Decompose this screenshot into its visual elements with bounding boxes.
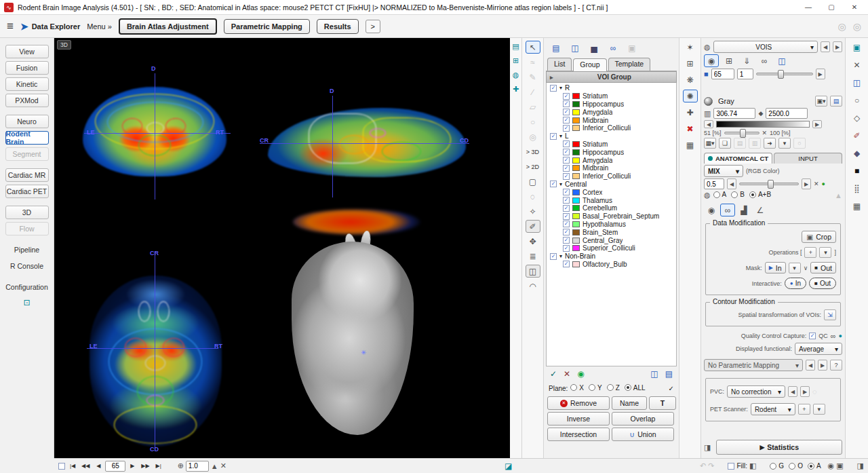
statistics-button[interactable]: ▶ Statistics (716, 440, 842, 455)
plane-option-z[interactable]: Z (607, 384, 620, 392)
sidebar-item-rodent-brain[interactable]: Rodent Brain (5, 131, 49, 145)
operations-caret-button[interactable]: ▾ (819, 247, 831, 258)
mask-in-button[interactable]: ▶ In (765, 262, 786, 273)
swap-minmax-icon[interactable]: ◆ (758, 110, 763, 117)
voi-checkbox[interactable]: ✓ (563, 237, 570, 244)
group-checkbox[interactable]: ✓ (550, 85, 557, 92)
voi-checkbox[interactable]: ✓ (563, 213, 570, 220)
ellipse-roi-tool[interactable]: ◌ (526, 190, 540, 203)
window-min-input[interactable] (713, 108, 755, 119)
close-button[interactable]: ✕ (845, 1, 864, 14)
next-selector-button[interactable]: ▶ (833, 41, 842, 52)
move-icon[interactable]: ✚ (683, 106, 698, 119)
nav-prev-fast[interactable]: ◀◀ (79, 461, 92, 472)
voi-checkbox[interactable]: ✓ (563, 157, 570, 164)
slice-slider[interactable] (756, 73, 813, 75)
gradient-right-button[interactable]: ▶ (812, 120, 822, 128)
sidebar-item-pxmod[interactable]: PXMod (5, 94, 49, 107)
mix-slider[interactable] (739, 183, 799, 185)
reset-zoom-icon[interactable]: ✕ (220, 461, 226, 470)
tab-anatomical-ct[interactable]: ANATOMICAL CT (704, 153, 772, 164)
pyramid-icon[interactable]: ▲ (211, 462, 218, 470)
blend-option-b[interactable]: B (731, 191, 745, 198)
axial-crosshair-vertical[interactable] (155, 252, 155, 449)
nav-first[interactable]: |◀ (67, 461, 78, 472)
slice-number-input[interactable] (105, 461, 125, 472)
plane-check-icon[interactable]: ✓ (669, 385, 674, 392)
grid-icon[interactable]: ⊞ (683, 57, 698, 70)
voi-checkbox[interactable]: ✓ (563, 93, 570, 100)
crop-button[interactable]: ▣ Crop (802, 231, 836, 243)
pencil-tool[interactable]: ✎ (526, 71, 540, 83)
chart-tab[interactable]: ▟ (736, 204, 751, 216)
polygon-roi-tool[interactable]: ✧ (526, 205, 540, 218)
layout-b-icon[interactable]: ▥ (749, 138, 761, 149)
maximize-button[interactable]: ▢ (822, 1, 841, 14)
palette-icon[interactable]: ◍ (511, 69, 521, 80)
help-icon[interactable]: ◎ (838, 21, 846, 32)
coronal-crosshair-horizontal[interactable] (84, 133, 231, 134)
save-voi-list-icon[interactable]: ◫ (650, 369, 658, 379)
mix-value-input[interactable] (704, 178, 724, 189)
view-3d-link[interactable]: > 3D (523, 145, 543, 158)
voi-checkbox[interactable]: ✓ (563, 205, 570, 212)
pointer-mini-icon[interactable]: ➜ (764, 138, 776, 149)
marker-icon[interactable]: ✚ (511, 83, 521, 94)
layout-grid-icon[interactable]: ⊞ (511, 55, 521, 66)
voi-checkbox[interactable]: ✓ (563, 197, 570, 204)
slice-step-button[interactable]: ▶ (816, 69, 825, 79)
voi-checkbox[interactable]: ✓ (563, 221, 570, 227)
tab-group[interactable]: Group (573, 58, 606, 71)
hand-tool[interactable]: ✥ (526, 235, 540, 248)
axial-crosshair-horizontal[interactable] (87, 348, 218, 349)
parametric-mapping-dropdown[interactable]: No Parametric Mapping▾ (704, 359, 803, 371)
mix-left-button[interactable]: ◀ (727, 178, 736, 189)
vois-dropdown[interactable]: VOIS ▾ (713, 41, 818, 53)
voi-item-olfactory-bulb[interactable]: ✓Olfactory_Bulb (547, 261, 676, 269)
collapse-icon[interactable]: ▾ (559, 85, 562, 91)
voi-item-central-gray[interactable]: ✓Central_Gray (547, 236, 676, 244)
skull-3d-rendering[interactable] (292, 242, 414, 435)
voi-item-cortex[interactable]: ✓Cortex (547, 188, 676, 196)
load-voi-list-icon[interactable]: ▤ (665, 369, 673, 379)
intersection-button[interactable]: Intersection (547, 428, 610, 441)
frame-icon[interactable]: ❏ (719, 138, 731, 149)
panel-toggle-icon[interactable]: ▣ (836, 461, 843, 470)
plane-option-x[interactable]: X (570, 384, 584, 392)
copy-view-icon[interactable]: ▣ (850, 41, 865, 54)
menu-dropdown[interactable]: Menu » (87, 22, 112, 31)
mix-dropdown[interactable]: MIX▾ (704, 165, 743, 177)
fill-option-a[interactable]: A (808, 462, 821, 470)
apply-icon[interactable]: ◉ (577, 369, 584, 379)
volume-icon[interactable]: ◆ (850, 147, 865, 159)
voi-group-r[interactable]: ✓▾R (547, 84, 676, 92)
redo-icon[interactable]: ↷ (708, 461, 714, 470)
sidebar-item-r-console[interactable]: R Console (5, 259, 49, 273)
corner-layout-icon[interactable]: ◨ (857, 461, 864, 470)
voi-item-superior-colliculi[interactable]: ✓Superior_Colliculi (547, 244, 676, 252)
grid-dropdown-icon[interactable]: ▦▾ (704, 138, 716, 149)
sidebar-item-neuro[interactable]: Neuro (5, 115, 49, 128)
qc-dot-icon[interactable]: ● (839, 333, 842, 339)
voi-stats-icon[interactable]: ▅ (587, 42, 601, 55)
voi-tree[interactable]: ✓▾R✓Striatum✓Hippocampus✓Amygdala✓Midbra… (546, 83, 677, 366)
sphere-tool[interactable]: ◎ (526, 130, 540, 143)
link-voi-icon[interactable]: ∞ (606, 42, 620, 55)
close-workspace-icon[interactable]: ✕ (850, 58, 865, 71)
line-tool[interactable]: ∕ (526, 86, 540, 98)
parametric-prev-button[interactable]: ◀ (806, 360, 815, 371)
text-button[interactable]: T (649, 396, 676, 410)
rect-roi-tool[interactable]: ▢ (526, 175, 540, 188)
voi-item-inferior-colliculi[interactable]: ✓Inferior_Colliculi (547, 172, 676, 181)
slice-input[interactable] (711, 69, 734, 79)
voi-item-striatum[interactable]: ✓Striatum (547, 140, 676, 149)
collapse-icon[interactable]: ▾ (559, 253, 562, 259)
sidebar-item-3d[interactable]: 3D (5, 206, 49, 219)
circle-roi-icon[interactable]: ○ (850, 94, 865, 107)
view-2d-link[interactable]: > 2D (523, 160, 543, 173)
brush-tool[interactable]: ✐ (526, 220, 540, 233)
voi-checkbox[interactable]: ✓ (563, 149, 570, 155)
hamburger-icon[interactable]: ≡ (7, 20, 14, 33)
scanner-add-button[interactable]: + (798, 404, 810, 415)
operations-plus-button[interactable]: + (804, 247, 816, 258)
